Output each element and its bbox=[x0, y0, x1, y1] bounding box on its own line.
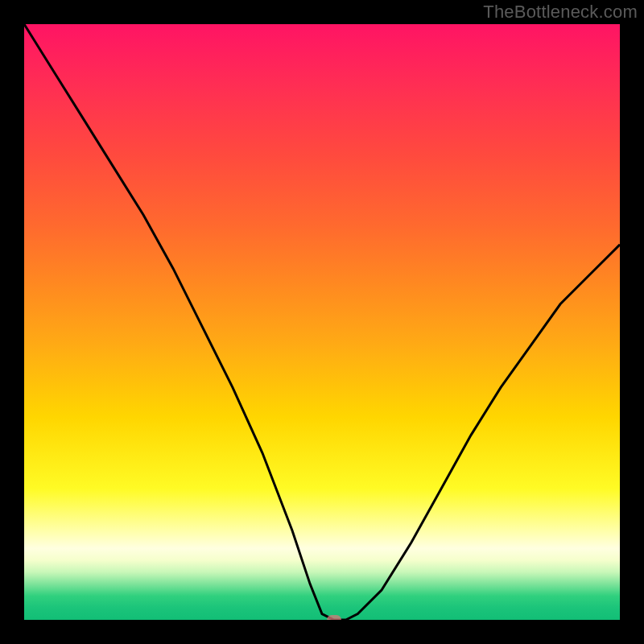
bottleneck-curve bbox=[24, 24, 620, 620]
plot-area bbox=[24, 24, 620, 620]
chart-frame: TheBottleneck.com bbox=[0, 0, 644, 644]
optimal-point-marker bbox=[327, 615, 341, 620]
bottleneck-curve-path bbox=[24, 24, 620, 620]
watermark-text: TheBottleneck.com bbox=[483, 2, 638, 23]
